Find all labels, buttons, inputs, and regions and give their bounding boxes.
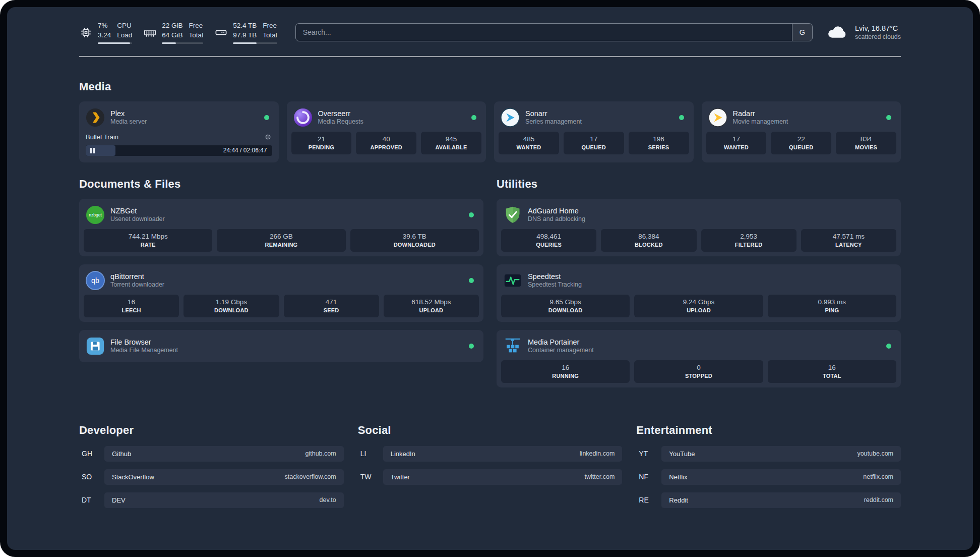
service-name: Sonarr [525,109,673,118]
bookmark-name: LinkedIn [391,450,415,458]
svg-text:qb: qb [91,276,99,285]
playback-progress-bar[interactable]: 24:44 / 02:06:47 [86,145,272,156]
memory-free: 22 GiB [162,21,182,31]
search-provider-button[interactable]: G [792,24,812,41]
service-name: qBittorrent [110,272,463,281]
bookmark-abbr: LI [358,450,383,458]
stat-latency: 47.571 msLATENCY [801,229,896,252]
disk-widget: 52.4 TB 97.9 TB Free Total [214,21,277,44]
bookmark-url: linkedin.com [580,450,615,457]
service-name: Media Portainer [528,338,881,346]
disk-progress-bar [233,42,277,44]
bookmark-name: Github [112,450,131,458]
service-card-speedtest[interactable]: Speedtest Speedtest Tracking 9.65 GbpsDO… [497,264,901,322]
stat-queued: 22QUEUED [771,132,831,154]
settings-gear-icon[interactable] [264,133,272,141]
section-documents: Documents & Files nzbget NZBGet Usenet d… [79,162,483,370]
portainer-icon [503,337,522,356]
service-subtitle: Usenet downloader [110,215,463,222]
service-card-plex[interactable]: Plex Media server Bullet Train [79,101,279,162]
bookmark-group-entertainment: Entertainment YT YouTubeyoutube.com NF N… [636,416,901,516]
bookmark-github[interactable]: GH Githubgithub.com [79,446,344,462]
bookmark-dev[interactable]: DT DEVdev.to [79,492,344,508]
bookmark-name: StackOverflow [112,473,154,481]
adguard-icon [503,205,522,225]
bookmark-abbr: SO [79,473,104,481]
bookmark-abbr: GH [79,450,104,458]
service-subtitle: Movie management [733,118,881,125]
pause-button[interactable] [90,148,95,153]
bookmark-abbr: DT [79,496,104,504]
weather-condition: scattered clouds [855,33,901,40]
stat-leech: 16LEECH [84,295,179,317]
filebrowser-icon [86,337,105,356]
now-playing: Bullet Train 24:44 / 02:06:47 [84,132,274,158]
status-dot [469,278,474,283]
service-subtitle: Series management [525,118,673,125]
section-title-utilities: Utilities [497,178,901,191]
plex-icon [86,108,105,127]
section-media: Media Plex Media server Bullet Train [79,80,901,162]
topbar: 7% 3.24 CPU Load [79,21,901,44]
sonarr-icon [501,108,520,127]
status-dot [679,115,684,120]
stat-wanted: 17WANTED [706,132,767,154]
cpu-icon [79,26,93,39]
bookmark-youtube[interactable]: YT YouTubeyoutube.com [636,446,901,462]
stat-blocked: 86,384BLOCKED [601,229,696,252]
stat-movies: 834MOVIES [836,132,896,154]
nzbget-icon: nzbget [86,205,105,225]
bookmark-abbr: TW [358,473,383,481]
service-card-overseerr[interactable]: Overseerr Media Requests 21PENDING 40APP… [287,101,486,162]
memory-icon [143,26,157,39]
memory-progress-bar [162,42,203,44]
disk-icon [214,26,228,39]
service-card-qbittorrent[interactable]: qb qBittorrent Torrent downloader 16LEEC… [79,264,483,322]
status-dot [886,344,891,349]
stat-stopped: 0STOPPED [634,360,763,383]
service-card-sonarr[interactable]: Sonarr Series management 485WANTED 17QUE… [494,101,694,162]
bookmark-linkedin[interactable]: LI LinkedInlinkedin.com [358,446,623,462]
cpu-readout: 7% 3.24 CPU Load [98,21,132,44]
stat-download: 1.19 GbpsDOWNLOAD [183,295,279,317]
section-title-entertainment: Entertainment [636,424,901,437]
screen-frame: 7% 3.24 CPU Load [0,0,980,557]
bookmark-url: github.com [305,450,336,457]
cloud-icon [826,24,849,40]
bookmark-abbr: YT [636,450,661,458]
service-card-filebrowser[interactable]: File Browser Media File Management [79,330,483,362]
bookmark-stackoverflow[interactable]: SO StackOverflowstackoverflow.com [79,469,344,485]
memory-total: 64 GiB [162,31,182,40]
service-card-adguard[interactable]: AdGuard Home DNS and adblocking 498,461Q… [497,199,901,256]
service-subtitle: Media File Management [110,347,463,354]
stat-pending: 21PENDING [291,132,352,154]
stat-seed: 471SEED [284,295,379,317]
playback-time: 24:44 / 02:06:47 [223,147,267,154]
service-name: Radarr [733,109,881,118]
bookmark-reddit[interactable]: RE Redditreddit.com [636,492,901,508]
stat-queries: 498,461QUERIES [501,229,596,252]
bookmark-abbr: RE [636,496,661,504]
service-card-portainer[interactable]: Media Portainer Container management 16R… [497,330,901,387]
overseerr-icon [293,108,313,127]
topbar-divider [79,56,901,57]
search-bar: G [295,23,813,41]
memory-widget: 22 GiB 64 GiB Free Total [143,21,203,44]
stat-queued: 17QUEUED [564,132,624,154]
stat-downloaded: 39.6 TBDOWNLOADED [350,229,479,252]
service-name: File Browser [110,338,463,346]
bookmark-twitter[interactable]: TW Twittertwitter.com [358,469,623,485]
status-dot [469,212,474,217]
qbittorrent-icon: qb [86,271,105,290]
service-card-nzbget[interactable]: nzbget NZBGet Usenet downloader 744.21 M… [79,199,483,256]
service-subtitle: Speedtest Tracking [528,281,894,288]
svg-text:nzbget: nzbget [89,212,102,217]
section-title-media: Media [79,80,901,93]
service-name: Speedtest [528,272,894,281]
service-name: Plex [110,109,259,118]
search-input[interactable] [296,24,792,41]
service-card-radarr[interactable]: Radarr Movie management 17WANTED 22QUEUE… [702,101,901,162]
service-subtitle: Torrent downloader [110,281,463,288]
bookmark-url: reddit.com [864,496,893,504]
bookmark-netflix[interactable]: NF Netflixnetflix.com [636,469,901,485]
